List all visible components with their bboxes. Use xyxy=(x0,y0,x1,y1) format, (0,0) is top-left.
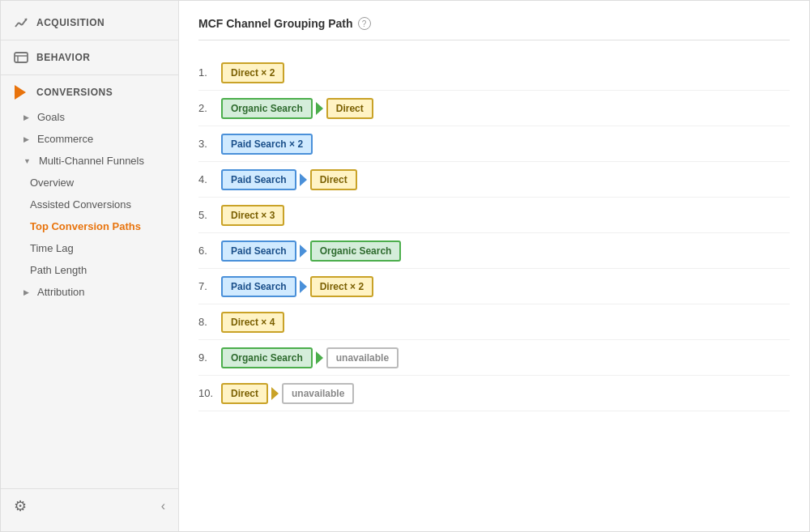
channel-tag: Direct × 2 xyxy=(310,276,373,297)
assisted-label: Assisted Conversions xyxy=(30,198,131,211)
acquisition-label: ACQUISITION xyxy=(36,17,104,28)
path-items: Direct × 3 xyxy=(221,205,284,226)
path-items: Paid Search × 2 xyxy=(221,134,313,155)
sidebar-item-overview[interactable]: Overview xyxy=(1,172,178,194)
sidebar-item-top-conversion[interactable]: Top Conversion Paths xyxy=(1,215,178,237)
behavior-label: BEHAVIOR xyxy=(36,52,90,63)
channel-tag: Paid Search xyxy=(221,169,296,190)
sidebar-bottom: ⚙ ‹ xyxy=(1,488,178,523)
row-number: 9. xyxy=(198,351,221,364)
channel-tag: Paid Search × 2 xyxy=(221,134,313,155)
arrow-ecommerce: ▶ xyxy=(23,135,29,143)
table-row: 3.Paid Search × 2 xyxy=(198,126,790,162)
mcf-label: Multi-Channel Funnels xyxy=(39,155,144,167)
channel-tag: unavailable xyxy=(326,347,399,368)
time-lag-label: Time Lag xyxy=(30,242,74,254)
channel-tag: Organic Search xyxy=(221,347,313,368)
conversions-label: CONVERSIONS xyxy=(36,87,113,98)
svg-marker-7 xyxy=(15,85,26,100)
sidebar-item-assisted[interactable]: Assisted Conversions xyxy=(1,194,178,215)
channel-tag: Direct × 4 xyxy=(221,312,284,333)
sidebar-item-path-length[interactable]: Path Length xyxy=(1,259,178,281)
row-number: 7. xyxy=(198,280,221,292)
table-row: 1.Direct × 2 xyxy=(198,55,790,91)
path-items: Organic Searchunavailable xyxy=(221,347,399,368)
overview-label: Overview xyxy=(30,177,74,189)
divider-2 xyxy=(1,74,178,75)
table-row: 6.Paid SearchOrganic Search xyxy=(198,233,790,269)
path-items: Direct × 2 xyxy=(221,62,284,83)
channel-tag: Direct × 2 xyxy=(221,62,284,83)
table-row: 8.Direct × 4 xyxy=(198,304,790,340)
table-row: 2.Organic SearchDirect xyxy=(198,91,790,126)
attribution-label: Attribution xyxy=(37,286,85,298)
channel-tag: Paid Search xyxy=(221,276,296,297)
table-row: 5.Direct × 3 xyxy=(198,198,790,233)
channel-tag: Direct xyxy=(326,98,373,119)
row-number: 1. xyxy=(198,66,221,79)
arrow-goals: ▶ xyxy=(23,113,29,121)
path-table: 1.Direct × 22.Organic SearchDirect3.Paid… xyxy=(198,55,790,411)
sidebar-item-acquisition[interactable]: ACQUISITION xyxy=(1,9,178,36)
channel-tag: Organic Search xyxy=(310,240,402,262)
goals-label: Goals xyxy=(37,111,65,123)
path-arrow xyxy=(316,102,323,115)
acquisition-icon xyxy=(14,15,28,30)
channel-tag: Direct xyxy=(310,169,357,190)
path-arrow xyxy=(316,351,323,364)
path-arrow xyxy=(300,245,307,257)
arrow-attribution: ▶ xyxy=(23,288,29,296)
path-length-label: Path Length xyxy=(30,264,87,276)
row-number: 4. xyxy=(198,173,221,185)
collapse-icon[interactable]: ‹ xyxy=(161,499,165,513)
row-number: 5. xyxy=(198,209,221,221)
path-items: Directunavailable xyxy=(221,383,354,404)
sidebar-item-ecommerce[interactable]: ▶ Ecommerce xyxy=(1,128,178,150)
table-row: 4.Paid SearchDirect xyxy=(198,162,790,198)
channel-tag: Direct × 3 xyxy=(221,205,284,226)
path-items: Paid SearchDirect × 2 xyxy=(221,276,373,297)
behavior-icon xyxy=(14,50,28,65)
row-number: 8. xyxy=(198,316,221,328)
arrow-mcf: ▼ xyxy=(23,157,31,165)
channel-tag: Paid Search xyxy=(221,240,296,262)
top-conversion-label: Top Conversion Paths xyxy=(30,220,141,232)
row-number: 10. xyxy=(198,387,221,399)
sidebar-item-mcf[interactable]: ▼ Multi-Channel Funnels xyxy=(1,150,178,172)
table-row: 10.Directunavailable xyxy=(198,376,790,411)
row-number: 6. xyxy=(198,245,221,257)
settings-icon[interactable]: ⚙ xyxy=(14,497,27,515)
row-number: 3. xyxy=(198,138,221,150)
svg-line-0 xyxy=(15,23,19,27)
svg-rect-4 xyxy=(15,53,28,62)
path-items: Paid SearchOrganic Search xyxy=(221,240,401,262)
sidebar-item-attribution[interactable]: ▶ Attribution xyxy=(1,281,178,303)
sidebar-item-time-lag[interactable]: Time Lag xyxy=(1,237,178,259)
channel-tag: Direct xyxy=(221,383,268,404)
sidebar-item-behavior[interactable]: BEHAVIOR xyxy=(1,44,178,71)
path-items: Paid SearchDirect xyxy=(221,169,357,190)
conversions-icon xyxy=(14,85,28,100)
path-items: Organic SearchDirect xyxy=(221,98,373,119)
channel-tag: Organic Search xyxy=(221,98,313,119)
divider-1 xyxy=(1,40,178,40)
sidebar-item-conversions[interactable]: CONVERSIONS xyxy=(1,79,178,106)
row-number: 2. xyxy=(198,102,221,114)
path-arrow xyxy=(300,173,307,186)
ecommerce-label: Ecommerce xyxy=(37,133,93,145)
path-arrow xyxy=(271,387,279,400)
path-arrow xyxy=(300,280,307,293)
main-header: MCF Channel Grouping Path ? xyxy=(198,17,790,40)
channel-tag: unavailable xyxy=(282,383,354,404)
page-title: MCF Channel Grouping Path xyxy=(198,17,353,30)
table-row: 9.Organic Searchunavailable xyxy=(198,340,790,376)
table-row: 7.Paid SearchDirect × 2 xyxy=(198,269,790,304)
sidebar: ACQUISITION BEHAVIOR CONVERSIONS xyxy=(1,1,179,531)
path-items: Direct × 4 xyxy=(221,312,284,333)
help-icon[interactable]: ? xyxy=(358,17,371,30)
sidebar-item-goals[interactable]: ▶ Goals xyxy=(1,106,178,128)
main-content: MCF Channel Grouping Path ? 1.Direct × 2… xyxy=(179,1,809,531)
